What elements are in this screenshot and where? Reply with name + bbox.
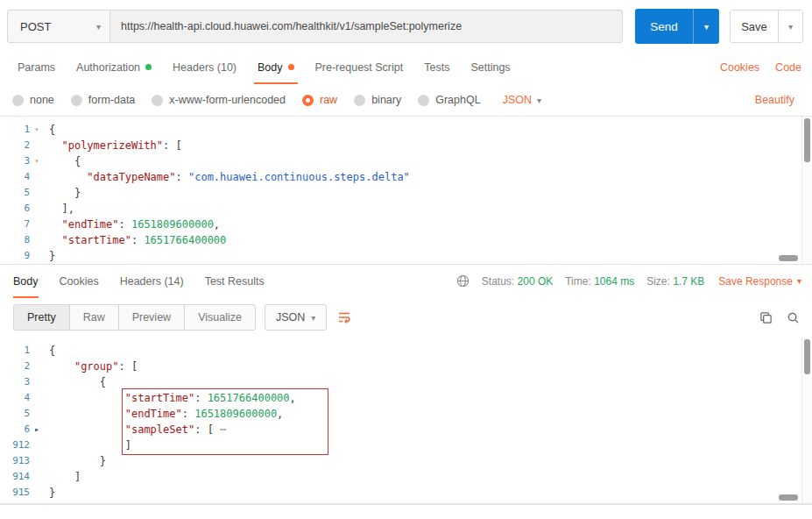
fold-collapse-icon[interactable]: ▾: [30, 153, 44, 169]
code-line-4[interactable]: 4 "dataTypeName": "com.huawei.continuous…: [0, 169, 812, 185]
radio-binary[interactable]: [354, 95, 365, 106]
tab-authorization[interactable]: Authorization: [66, 51, 162, 84]
code-line-6[interactable]: 6 ],: [0, 201, 812, 217]
code-line-3[interactable]: 3▾ {: [0, 153, 812, 169]
code-line-912[interactable]: 912 ]: [0, 437, 812, 453]
code-line-913[interactable]: 913 }: [0, 453, 812, 469]
save-options-dropdown[interactable]: ▾: [778, 11, 802, 42]
code-line-5[interactable]: 5 }: [0, 185, 812, 201]
code-text: }: [44, 485, 55, 501]
chevron-down-icon: ▾: [311, 313, 315, 323]
tab-settings[interactable]: Settings: [460, 51, 520, 84]
request-tabs-links: Cookies Code: [720, 61, 801, 74]
send-options-dropdown[interactable]: ▾: [693, 9, 719, 44]
request-editor-vscroll-thumb[interactable]: [804, 118, 810, 162]
response-tab-body[interactable]: Body: [13, 265, 39, 298]
radio-none[interactable]: [12, 95, 24, 106]
search-response-button[interactable]: [787, 311, 800, 324]
view-preview[interactable]: Preview: [119, 305, 185, 330]
code-line-8[interactable]: 8 "startTime": 1651766400000: [0, 232, 812, 248]
copy-response-button[interactable]: [759, 311, 773, 324]
code-text: ]: [44, 437, 131, 453]
response-editor-hscroll-thumb[interactable]: [779, 494, 798, 501]
tab-label: Body: [258, 61, 283, 74]
authorization-status-dot: [145, 64, 152, 70]
bodytype-none[interactable]: none: [12, 94, 54, 106]
body-type-options: noneform-datax-www-form-urlencodedrawbin…: [12, 94, 498, 106]
radio-form-data[interactable]: [71, 95, 82, 106]
cookies-link[interactable]: Cookies: [720, 61, 759, 74]
response-editor-vscrollbar[interactable]: [801, 338, 812, 503]
view-pretty[interactable]: Pretty: [14, 305, 70, 330]
fold-gutter: [30, 469, 44, 485]
code-line-5[interactable]: 5 "endTime": 1651809600000,: [0, 406, 812, 422]
bodytype-form-data[interactable]: form-data: [71, 94, 136, 106]
request-editor-vscrollbar[interactable]: [801, 117, 812, 264]
save-response-button[interactable]: Save Response ▾: [718, 275, 801, 288]
method-select[interactable]: POST ▾: [7, 10, 110, 43]
fold-expand-icon[interactable]: ▸: [30, 422, 44, 437]
code-line-3[interactable]: 3 {: [0, 374, 812, 390]
size-label: Size:: [646, 275, 670, 288]
code-line-2[interactable]: 2 "group": [: [0, 359, 812, 374]
request-body-editor[interactable]: 1▾{2 "polymerizeWith": [3▾ {4 "dataTypeN…: [0, 117, 812, 264]
code-line-2[interactable]: 2 "polymerizeWith": [: [0, 138, 812, 153]
tab-body[interactable]: Body: [247, 51, 305, 84]
radio-x-www-form-urlencoded[interactable]: [152, 95, 163, 106]
code-line-6[interactable]: 6▸ "sampleSet": [ ⋯: [0, 422, 812, 437]
tab-headers-10[interactable]: Headers (10): [162, 51, 247, 84]
response-editor-vscroll-thumb[interactable]: [804, 339, 810, 374]
tab-label: Headers (10): [173, 61, 237, 74]
code-line-9[interactable]: 9}: [0, 248, 812, 264]
send-button[interactable]: Send: [635, 9, 693, 44]
body-format-select[interactable]: JSON ▾: [503, 94, 541, 106]
response-format-select[interactable]: JSON ▾: [265, 304, 327, 331]
view-visualize[interactable]: Visualize: [185, 305, 255, 330]
fold-collapse-icon[interactable]: ▾: [30, 122, 44, 138]
code-line-7[interactable]: 7 "endTime": 1651809600000,: [0, 217, 812, 232]
request-editor-hscroll-thumb[interactable]: [779, 255, 798, 261]
response-meta: Status: 200 OK Time: 1064 ms Size: 1.7 K…: [456, 274, 801, 288]
code-text: "group": [: [44, 359, 138, 374]
bodytype-binary[interactable]: binary: [354, 94, 401, 106]
code-line-915[interactable]: 915}: [0, 485, 812, 501]
code-line-1[interactable]: 1{: [0, 343, 812, 359]
code-line-4[interactable]: 4 "startTime": 1651766400000,: [0, 390, 812, 406]
line-number: 7: [0, 217, 30, 232]
response-tab-cookies[interactable]: Cookies: [60, 265, 99, 298]
code-line-914[interactable]: 914 ]: [0, 469, 812, 485]
code-text: {: [44, 343, 55, 359]
line-number: 6: [0, 422, 30, 437]
radio-graphql[interactable]: [418, 95, 429, 106]
code-link[interactable]: Code: [775, 61, 801, 74]
code-text: ]: [44, 469, 81, 485]
code-line-1[interactable]: 1▾{: [0, 122, 812, 138]
wrap-lines-button[interactable]: [337, 310, 351, 324]
response-body-editor[interactable]: 1{2 "group": [3 {4 "startTime": 16517664…: [0, 338, 812, 504]
bodytype-x-www-form-urlencoded[interactable]: x-www-form-urlencoded: [152, 94, 286, 106]
tab-params[interactable]: Params: [7, 51, 66, 84]
bodytype-raw[interactable]: raw: [302, 94, 337, 106]
code-text: "polymerizeWith": [: [44, 138, 182, 153]
response-tab-headers-14[interactable]: Headers (14): [120, 265, 184, 298]
bodytype-graphql[interactable]: GraphQL: [418, 94, 480, 106]
bodytype-label: x-www-form-urlencoded: [169, 94, 286, 106]
size-badge: Size: 1.7 KB: [646, 275, 704, 288]
request-tabs: ParamsAuthorizationHeaders (10)BodyPre-r…: [0, 51, 812, 84]
url-input[interactable]: https://health-api.cloud.huawei.com/heal…: [110, 10, 623, 43]
line-number: 912: [0, 437, 30, 453]
tab-tests[interactable]: Tests: [413, 51, 460, 84]
collapsed-content-ellipsis[interactable]: ⋯: [220, 423, 227, 436]
beautify-link[interactable]: Beautify: [755, 94, 800, 106]
tab-pre-request-script[interactable]: Pre-request Script: [305, 51, 414, 84]
send-button-group: Send ▾: [635, 9, 719, 44]
radio-raw-selected[interactable]: [302, 95, 314, 106]
line-number: 5: [0, 406, 30, 422]
code-text: "endTime": 1651809600000,: [44, 406, 283, 422]
status-label: Status:: [482, 275, 514, 288]
fold-gutter: [30, 217, 44, 232]
save-button[interactable]: Save: [731, 11, 778, 42]
view-raw[interactable]: Raw: [70, 305, 119, 330]
response-tab-test-results[interactable]: Test Results: [205, 265, 265, 298]
code-text: }: [44, 248, 55, 264]
